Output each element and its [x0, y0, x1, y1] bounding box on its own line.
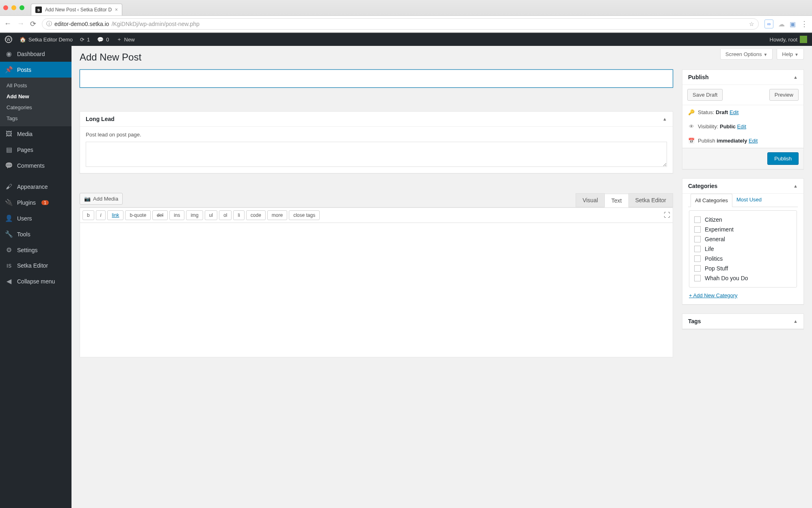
qt-italic[interactable]: i [96, 210, 106, 220]
qt-close-tags[interactable]: close tags [289, 210, 320, 220]
sidebar-item-pages[interactable]: ▤Pages [0, 142, 71, 158]
screen-options-tab[interactable]: Screen Options▼ [720, 49, 773, 60]
bookmark-star-icon[interactable]: ☆ [749, 21, 754, 27]
qt-more[interactable]: more [267, 210, 287, 220]
status-label: Status: [698, 109, 714, 115]
edit-schedule-link[interactable]: Edit [749, 138, 758, 144]
sidebar-item-settings[interactable]: ⚙Settings [0, 242, 71, 258]
extension-icon[interactable]: ∞ [764, 19, 773, 28]
qt-ins[interactable]: ins [169, 210, 184, 220]
sidebar-label: Plugins [17, 199, 36, 206]
post-title-input[interactable] [80, 69, 673, 88]
qt-bold[interactable]: b [82, 210, 94, 220]
sidebar-item-setka-editor[interactable]: ısSetka Editor [0, 258, 71, 273]
category-label: Citizen [705, 216, 722, 223]
categories-metabox: Categories ▲ All Categories Most Used Ci… [682, 178, 804, 305]
submenu-tags[interactable]: Tags [0, 113, 71, 124]
site-name-link[interactable]: 🏠Setka Editor Demo [19, 37, 73, 43]
save-draft-button[interactable]: Save Draft [687, 89, 723, 101]
category-checkbox[interactable] [694, 226, 701, 233]
qt-img[interactable]: img [186, 210, 203, 220]
tab-all-categories[interactable]: All Categories [691, 194, 732, 207]
sidebar-item-media[interactable]: 🖼Media [0, 126, 71, 142]
quicktags-toolbar: b i link b-quote del ins img ul ol li co… [80, 208, 673, 223]
category-label: Life [705, 246, 714, 252]
updates-link[interactable]: ⟳1 [80, 37, 90, 43]
qt-code[interactable]: code [246, 210, 266, 220]
qt-ol[interactable]: ol [219, 210, 232, 220]
qt-li[interactable]: li [233, 210, 244, 220]
browser-menu-icon[interactable]: ⋮ [801, 19, 808, 28]
category-checkbox[interactable] [694, 216, 701, 223]
sidebar-item-dashboard[interactable]: ◉Dashboard [0, 46, 71, 62]
eye-icon: 👁 [688, 123, 695, 130]
submenu-add-new[interactable]: Add New [0, 91, 71, 102]
sidebar-item-tools[interactable]: 🔧Tools [0, 226, 71, 242]
category-checkbox[interactable] [694, 275, 701, 281]
long-lead-textarea[interactable] [86, 142, 667, 167]
tags-header[interactable]: Tags ▲ [682, 314, 803, 329]
editor-tab-setka[interactable]: Setka Editor [628, 193, 673, 207]
category-checkbox[interactable] [694, 246, 701, 252]
toggle-caret-icon[interactable]: ▲ [793, 75, 798, 80]
toggle-caret-icon[interactable]: ▲ [663, 117, 667, 121]
tab-close-icon[interactable]: × [115, 7, 118, 13]
schedule-row: 📅 Publish immediately Edit [682, 134, 803, 148]
sidebar-item-posts[interactable]: 📌Posts [0, 62, 71, 78]
sidebar-label: Posts [17, 67, 31, 73]
category-checkbox[interactable] [694, 236, 701, 242]
add-new-category-link[interactable]: + Add New Category [688, 291, 738, 299]
preview-button[interactable]: Preview [769, 89, 799, 101]
browser-tab[interactable]: s Add New Post ‹ Setka Editor D × [31, 4, 122, 15]
sidebar-item-plugins[interactable]: 🔌Plugins1 [0, 195, 71, 210]
wp-adminbar: W 🏠Setka Editor Demo ⟳1 💬0 ＋New Howdy, r… [0, 33, 812, 46]
edit-visibility-link[interactable]: Edit [737, 123, 746, 130]
sidebar-label: Appearance [17, 184, 48, 190]
user-icon: 👤 [5, 214, 13, 222]
back-icon[interactable]: ← [4, 19, 11, 28]
editor-tab-text[interactable]: Text [604, 194, 629, 208]
cloud-icon[interactable]: ☁ [778, 20, 785, 28]
categories-header[interactable]: Categories ▲ [682, 179, 803, 194]
qt-ul[interactable]: ul [205, 210, 217, 220]
collapse-menu[interactable]: ◀Collapse menu [0, 273, 71, 289]
favicon-icon: s [35, 6, 42, 13]
fullscreen-button[interactable]: ⛶ [664, 212, 670, 219]
submenu-categories[interactable]: Categories [0, 102, 71, 113]
editor-tab-visual[interactable]: Visual [576, 193, 605, 207]
howdy-user[interactable]: Howdy, root [770, 36, 807, 43]
new-label: New [124, 37, 135, 43]
add-media-label: Add Media [93, 196, 118, 202]
qt-del[interactable]: del [152, 210, 168, 220]
sidebar-item-comments[interactable]: 💬Comments [0, 158, 71, 173]
toggle-caret-icon[interactable]: ▲ [793, 184, 798, 188]
url-input[interactable]: ⓘ editor-demo0.setka.io/KgiDNkDj/wp-admi… [42, 18, 759, 30]
toggle-caret-icon[interactable]: ▲ [793, 319, 798, 324]
qt-link[interactable]: link [107, 210, 123, 220]
category-checkbox[interactable] [694, 265, 701, 272]
reload-icon[interactable]: ⟳ [30, 19, 36, 28]
picture-icon[interactable]: ▣ [790, 20, 796, 28]
site-name-text: Setka Editor Demo [28, 37, 73, 43]
submenu-all-posts[interactable]: All Posts [0, 80, 71, 91]
add-media-button[interactable]: 📷Add Media [80, 193, 123, 205]
wp-logo[interactable]: W [5, 36, 12, 43]
maximize-window-icon[interactable] [19, 5, 24, 10]
category-checkbox[interactable] [694, 255, 701, 262]
close-window-icon[interactable] [3, 5, 8, 10]
content-editor[interactable] [80, 223, 673, 357]
qt-bquote[interactable]: b-quote [125, 210, 151, 220]
sidebar-item-appearance[interactable]: 🖌Appearance [0, 179, 71, 195]
site-info-icon[interactable]: ⓘ [46, 20, 52, 28]
new-content-link[interactable]: ＋New [117, 36, 135, 43]
comments-icon: 💬 [5, 162, 13, 169]
publish-button[interactable]: Publish [767, 152, 799, 165]
tab-most-used[interactable]: Most Used [732, 193, 766, 207]
comments-link[interactable]: 💬0 [97, 37, 109, 43]
publish-header[interactable]: Publish ▲ [682, 70, 803, 85]
help-tab[interactable]: Help▼ [777, 49, 804, 60]
long-lead-header[interactable]: Long Lead ▲ [80, 112, 673, 127]
edit-status-link[interactable]: Edit [730, 109, 738, 115]
sidebar-item-users[interactable]: 👤Users [0, 210, 71, 226]
minimize-window-icon[interactable] [11, 5, 16, 10]
